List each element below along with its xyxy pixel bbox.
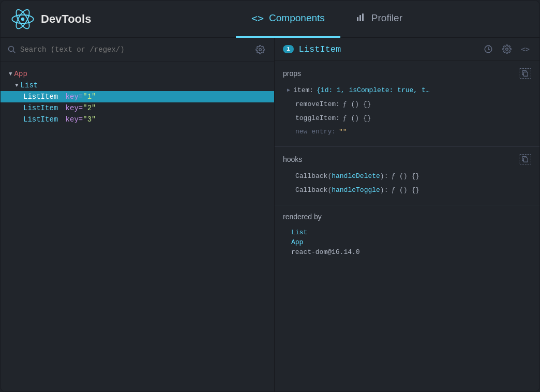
prop-name-removeitem: removeItem xyxy=(295,99,336,110)
prop-name-newentry: new entry xyxy=(295,127,332,138)
suspend-button[interactable] xyxy=(482,43,494,55)
hook-row-handletoggle: Callback(handleToggle) : ƒ () {} xyxy=(283,184,531,198)
react-logo-icon xyxy=(11,7,35,31)
prop-name-toggleitem: toggleItem xyxy=(295,113,336,124)
svg-rect-5 xyxy=(359,15,361,21)
copy-props-button[interactable] xyxy=(519,68,531,79)
component-settings-button[interactable] xyxy=(501,43,513,55)
logo-area: DevTools xyxy=(11,7,125,31)
prop-row-newentry: new entry : "" xyxy=(283,125,531,139)
prop-value-removeitem: ƒ () {} xyxy=(343,99,371,110)
hooks-title: hooks xyxy=(283,155,302,163)
prop-colon-4: : xyxy=(332,127,336,138)
rendered-by-reactdom-item: react-dom@16.14.0 xyxy=(291,247,531,257)
prop-row-item[interactable]: ▶ item : {id: 1, isComplete: true, t… xyxy=(283,84,531,98)
main-content: ▼ App ▼ List ListItem key= "1" xyxy=(1,38,539,391)
hook-row-handledelete: Callback(handleDelete) : ƒ () {} xyxy=(283,170,531,184)
svg-line-8 xyxy=(13,51,16,53)
svg-rect-14 xyxy=(523,72,528,76)
expand-arrow-icon: ▶ xyxy=(287,86,290,95)
rendered-by-list: List App react-dom@16.14.0 xyxy=(283,226,531,259)
svg-rect-15 xyxy=(523,158,528,162)
props-title: props xyxy=(283,69,301,78)
prop-value-newentry: "" xyxy=(339,127,347,138)
component-actions: <> xyxy=(482,43,531,55)
settings-button[interactable] xyxy=(253,43,267,56)
tree-node-list[interactable]: ▼ List xyxy=(1,80,274,91)
component-header: 1 ListItem xyxy=(275,38,539,61)
prop-val-2: "2" xyxy=(83,104,96,112)
right-panel: 1 ListItem xyxy=(275,38,539,391)
props-section: props ▶ item : {id: 1, isComplete: true,… xyxy=(275,61,539,147)
devtools-title: DevTools xyxy=(41,12,91,26)
tree-node-listitem-2[interactable]: ListItem key= "2" xyxy=(1,102,274,114)
copy-icon xyxy=(521,70,529,77)
prop-key-3: key= xyxy=(61,115,83,124)
rendered-by-list-item[interactable]: List xyxy=(291,228,531,237)
prop-value-item: {id: 1, isComplete: true, t… xyxy=(317,85,429,96)
hook-colon-1: : xyxy=(384,171,388,182)
header: DevTools <> Components Profiler xyxy=(1,1,539,38)
prop-colon-3: : xyxy=(336,113,340,124)
rendered-by-header: rendered by xyxy=(283,213,531,221)
hook-name-handletoggle: Callback(handleToggle) xyxy=(295,185,384,196)
prop-row-toggleitem: toggleItem : ƒ () {} xyxy=(283,112,531,126)
prop-row-removeitem: removeItem : ƒ () {} xyxy=(283,98,531,112)
hooks-section-header: hooks xyxy=(283,154,531,164)
settings-icon xyxy=(502,44,512,54)
tree-node-listitem-1[interactable]: ListItem key= "1" xyxy=(1,91,274,102)
view-source-button[interactable]: <> xyxy=(519,43,531,55)
tree-node-app[interactable]: ▼ App xyxy=(1,68,274,80)
svg-point-3 xyxy=(21,17,24,20)
prop-val-3: "3" xyxy=(83,115,96,124)
prop-val-1: "1" xyxy=(83,93,96,101)
prop-key-2: key= xyxy=(61,104,83,112)
rendered-by-app-item[interactable]: App xyxy=(291,237,531,247)
svg-point-13 xyxy=(506,48,508,51)
prop-colon-2: : xyxy=(336,99,340,110)
gear-icon xyxy=(256,45,265,54)
prop-key-1: key= xyxy=(61,93,83,101)
arrow-icon: ▼ xyxy=(15,82,19,88)
hook-colon-2: : xyxy=(384,185,388,196)
tab-profiler[interactable]: Profiler xyxy=(340,1,418,38)
copy-hooks-icon xyxy=(521,156,529,163)
left-panel: ▼ App ▼ List ListItem key= "1" xyxy=(1,38,275,391)
arrow-icon: ▼ xyxy=(9,71,12,77)
search-icon xyxy=(8,46,16,54)
profiler-tab-label: Profiler xyxy=(371,12,402,24)
component-tree: ▼ App ▼ List ListItem key= "1" xyxy=(1,62,274,391)
search-bar xyxy=(1,38,274,62)
prop-value-toggleitem: ƒ () {} xyxy=(343,113,371,124)
component-name-listitem2: ListItem xyxy=(23,104,58,112)
tree-node-listitem-3[interactable]: ListItem key= "3" xyxy=(1,114,274,125)
code-icon: <> xyxy=(521,45,530,53)
svg-rect-6 xyxy=(362,13,364,21)
profiler-tab-icon xyxy=(356,12,366,25)
component-name-list: List xyxy=(21,81,38,89)
devtools-window: DevTools <> Components Profiler xyxy=(0,0,540,392)
rendered-by-section: rendered by List App react-dom@16.14.0 xyxy=(275,205,539,266)
rendered-by-reactdom-label: react-dom@16.14.0 xyxy=(291,248,360,256)
prop-name-item: item xyxy=(293,85,309,96)
header-tabs: <> Components Profiler xyxy=(125,1,529,38)
hook-name-handledelete: Callback(handleDelete) xyxy=(295,171,384,182)
rendered-by-list-label: List xyxy=(291,229,307,236)
svg-rect-4 xyxy=(357,17,358,21)
component-header-name: ListItem xyxy=(299,44,477,54)
timer-icon xyxy=(484,44,493,54)
prop-colon: : xyxy=(309,85,313,96)
svg-point-9 xyxy=(259,49,262,51)
rendered-by-app-label: App xyxy=(291,238,303,246)
hook-value-handledelete: ƒ () {} xyxy=(391,171,419,182)
rendered-by-title: rendered by xyxy=(283,213,322,221)
copy-hooks-button[interactable] xyxy=(519,154,531,164)
component-name-app: App xyxy=(14,70,27,78)
component-badge: 1 xyxy=(283,45,294,53)
hook-value-handletoggle: ƒ () {} xyxy=(391,185,419,196)
components-tab-icon: <> xyxy=(251,12,264,24)
search-input[interactable] xyxy=(20,46,249,54)
component-name-listitem3: ListItem xyxy=(23,115,58,124)
tab-components[interactable]: <> Components xyxy=(236,1,340,38)
hooks-section: hooks Callback(handleDelete) : xyxy=(275,147,539,205)
